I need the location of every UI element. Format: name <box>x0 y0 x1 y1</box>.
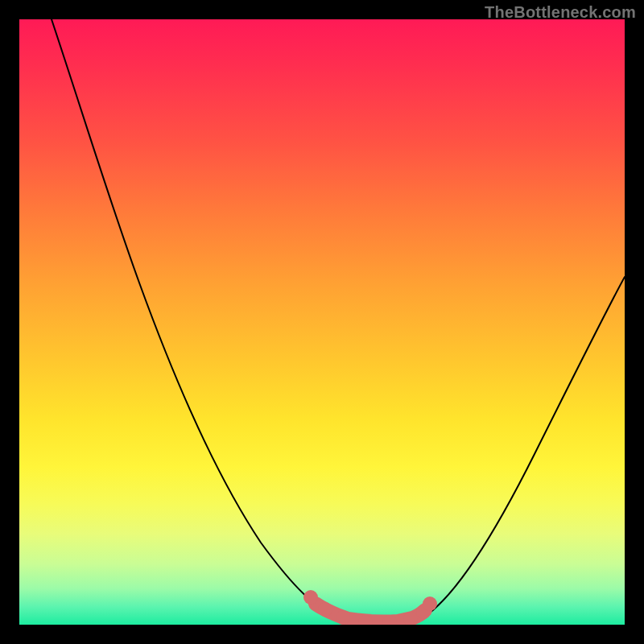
highlight-dot <box>318 602 332 617</box>
watermark-text: TheBottleneck.com <box>485 3 636 22</box>
highlight-dot <box>423 597 437 611</box>
highlight-dot <box>336 610 350 625</box>
outer-frame: TheBottleneck.com <box>0 0 644 644</box>
bottleneck-curve <box>52 19 625 622</box>
plot-area <box>19 19 625 625</box>
highlight-dot <box>303 590 318 605</box>
curve-layer <box>19 19 625 625</box>
